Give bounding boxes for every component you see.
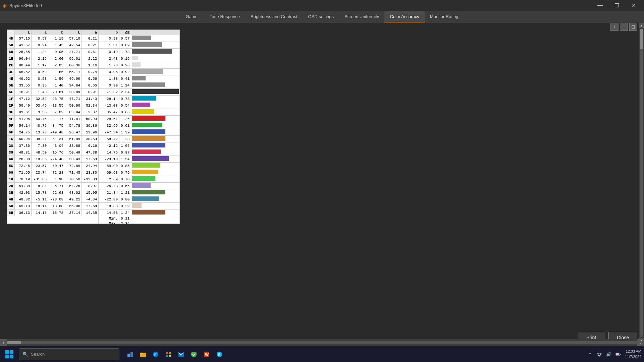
cell-L2: 72.89 — [65, 163, 82, 169]
cell-dE: 1.24 — [119, 82, 131, 89]
taskbar-search-box[interactable]: 🔍 Search — [19, 348, 119, 360]
cell-id: 5H — [7, 203, 15, 209]
cell-id: 1H — [7, 176, 15, 183]
cell-a2: 2.37 — [82, 109, 99, 116]
scroll-track[interactable] — [7, 341, 637, 344]
cell-b1: -43.04 — [48, 142, 65, 149]
tab-screen-uniformity[interactable]: Screen Uniformity — [339, 11, 384, 22]
delta-bar — [132, 116, 165, 121]
cell-b2: -1.32 — [99, 89, 119, 96]
network-icon[interactable] — [595, 350, 603, 358]
scroll-thumb[interactable] — [7, 341, 21, 344]
battery-icon[interactable] — [614, 350, 622, 358]
cell-a1: 0.24 — [32, 42, 48, 49]
svg-rect-6 — [169, 352, 171, 354]
tab-gamut[interactable]: Gamut — [180, 11, 204, 22]
cell-a1: -31.85 — [32, 176, 48, 183]
cell-bar — [131, 62, 180, 69]
cell-b1: 87.02 — [48, 109, 65, 116]
scroll-left-arrow[interactable]: ◄ — [0, 339, 7, 346]
vert-scroll-track[interactable] — [640, 29, 643, 337]
title-bar-controls[interactable]: — ❐ ✕ — [592, 0, 641, 11]
cell-dE: 0.41 — [119, 75, 131, 82]
cell-dE: 1.26 — [119, 116, 131, 122]
office-icon[interactable]: W — [201, 349, 212, 360]
cell-bar — [131, 42, 180, 49]
cell-L1: 28.88 — [15, 156, 32, 163]
maximize-button[interactable]: ❐ — [609, 0, 625, 11]
cell-dE: 0.92 — [119, 69, 131, 75]
tab-color-accuracy[interactable]: Color Accuracy — [384, 11, 424, 22]
cell-a1: -32.52 — [32, 96, 48, 102]
skype-icon[interactable]: S — [214, 349, 225, 360]
clock-display[interactable]: 12:03 AM 11/7/2024 — [625, 349, 641, 359]
tab-osd-settings[interactable]: OSD settings — [303, 11, 339, 22]
zoom-in-icon[interactable]: + — [610, 23, 619, 31]
taskbar-pinned-icons: W S — [125, 349, 225, 360]
delta-bar — [132, 203, 142, 208]
zoom-fit-icon[interactable]: ⊡ — [629, 23, 637, 31]
cell-b2: -13.08 — [99, 102, 119, 109]
scroll-up-arrow[interactable]: ▲ — [639, 23, 644, 28]
cell-L2: 30.43 — [65, 156, 82, 163]
cell-a2: 0.61 — [82, 49, 99, 55]
start-button[interactable] — [3, 348, 16, 361]
cell-bar — [131, 209, 180, 216]
cell-a2: 12.96 — [82, 129, 99, 136]
tab-brightness-contrast[interactable]: Brightness and Contrast — [245, 11, 303, 22]
tray-expand-icon[interactable]: ^ — [586, 350, 594, 358]
cell-a1: 1.24 — [32, 49, 48, 55]
cell-b1: 72.28 — [48, 169, 65, 176]
cell-b1: 18.68 — [48, 203, 65, 209]
cell-dE: 0.87 — [119, 149, 131, 156]
store-icon[interactable] — [163, 349, 174, 360]
table-container[interactable]: L a b L a b ΔE 4D 57.15 0.57 1.19 57.10 … — [7, 29, 180, 224]
svg-rect-1 — [130, 352, 133, 357]
cell-b1: 22.93 — [48, 189, 65, 196]
delta-bar — [132, 156, 169, 161]
vertical-scrollbar[interactable]: ▲ ▼ — [639, 23, 644, 343]
cell-b2: 0.90 — [99, 82, 119, 89]
mail-icon[interactable] — [176, 349, 186, 360]
cell-bar — [131, 96, 180, 102]
cell-dE: 0.19 — [119, 55, 131, 62]
delta-bar — [132, 36, 151, 40]
volume-icon[interactable]: 🔊 — [605, 350, 613, 358]
tab-tone-response[interactable]: Tone Response — [204, 11, 245, 22]
cell-a2: -4.34 — [82, 196, 99, 203]
cell-b2: 0.19 — [99, 49, 119, 55]
minimize-button[interactable]: — — [592, 0, 608, 11]
toolbar-icons: + − ⊡ — [610, 23, 637, 31]
cell-a1: 1.43 — [32, 89, 48, 96]
cell-a1: 53.45 — [32, 102, 48, 109]
cell-dE: 2.34 — [119, 89, 131, 96]
close-window-button[interactable]: ✕ — [626, 0, 641, 11]
delta-bar — [132, 76, 146, 80]
delta-bar — [132, 82, 165, 87]
cell-b2: 0.98 — [99, 35, 119, 42]
table-row: 5G 72.45 -23.57 60.47 72.89 -24.94 59.90… — [7, 163, 180, 169]
cell-bar — [131, 89, 180, 96]
cell-b1: 1.19 — [48, 35, 65, 42]
horizontal-scrollbar[interactable]: ◄ ► — [0, 339, 644, 346]
cell-id: 6F — [7, 129, 15, 136]
scroll-down-arrow[interactable]: ▼ — [639, 338, 644, 343]
file-explorer-icon[interactable] — [138, 349, 148, 360]
table-row: 4D 57.15 0.57 1.19 57.10 0.21 0.98 0.57 — [7, 35, 180, 42]
cell-a2: -31.43 — [82, 96, 99, 102]
edge-icon[interactable] — [150, 349, 161, 360]
zoom-out-icon[interactable]: − — [620, 23, 628, 31]
cell-a1: 0.58 — [32, 75, 48, 82]
max-label: Max. — [99, 221, 119, 224]
title-bar-left: ◈ SpyderXElite 5.9 — [3, 2, 42, 9]
cell-id: 4E — [7, 75, 15, 82]
max-bar — [131, 221, 180, 224]
vert-scroll-thumb[interactable] — [640, 29, 643, 49]
defender-icon[interactable] — [189, 349, 199, 360]
tab-monitor-rating[interactable]: Monitor Rating — [425, 11, 464, 22]
table-row: 2F 50.49 53.45 -13.55 50.90 52.34 -13.08… — [7, 102, 180, 109]
task-view-icon[interactable] — [125, 349, 136, 360]
cell-bar — [131, 35, 180, 42]
cell-L1: 96.04 — [15, 55, 32, 62]
cell-b2: 28.61 — [99, 116, 119, 122]
